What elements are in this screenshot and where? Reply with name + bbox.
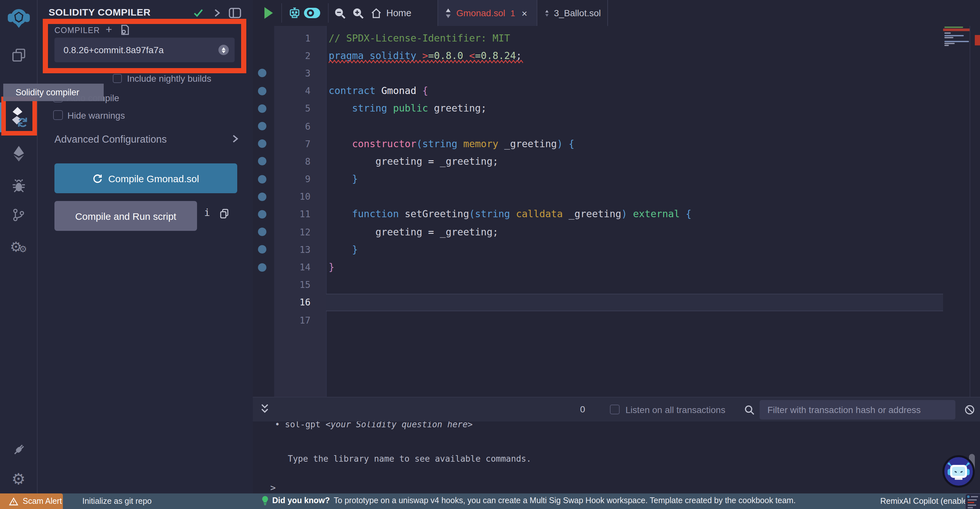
- compile-status-check[interactable]: [193, 8, 204, 18]
- compile-button[interactable]: Compile Gmonad.sol: [54, 163, 237, 193]
- remixai-assistant-bubble[interactable]: [942, 455, 975, 488]
- zoom-out-button[interactable]: [334, 0, 346, 26]
- line-number[interactable]: 10: [274, 191, 326, 202]
- expand-terminal-button[interactable]: [260, 403, 270, 414]
- sidebar-item-plugin-manager[interactable]: [0, 436, 37, 462]
- breakpoint-gutter[interactable]: [253, 100, 274, 117]
- gutter-dot[interactable]: [258, 122, 266, 130]
- gutter-dot[interactable]: [258, 157, 266, 166]
- breakpoint-gutter[interactable]: [253, 188, 274, 205]
- sidebar-item-solidity-compiler[interactable]: [0, 104, 37, 130]
- tab-home[interactable]: Home: [371, 0, 411, 26]
- breakpoint-gutter[interactable]: [253, 170, 274, 188]
- line-number[interactable]: 17: [274, 315, 326, 325]
- line-number[interactable]: 3: [274, 68, 326, 78]
- code-text[interactable]: [326, 276, 980, 294]
- hide-warnings-label[interactable]: Hide warnings: [67, 110, 125, 121]
- gutter-dot[interactable]: [258, 263, 266, 271]
- code-text[interactable]: greeting = _greeting;: [326, 153, 980, 170]
- clear-console-icon[interactable]: [964, 405, 975, 415]
- sidebar-item-solidity-analyzers[interactable]: ⚙ ⚙: [0, 233, 37, 259]
- code-line[interactable]: 16: [253, 294, 980, 311]
- gutter-dot[interactable]: [258, 175, 266, 183]
- code-text[interactable]: }: [326, 170, 980, 188]
- code-text[interactable]: }: [326, 241, 980, 258]
- breakpoint-gutter[interactable]: [253, 206, 274, 223]
- line-number[interactable]: 6: [274, 121, 326, 131]
- copy-icon[interactable]: [220, 209, 229, 219]
- gutter-dot[interactable]: [258, 193, 266, 201]
- line-number[interactable]: 11: [274, 209, 326, 220]
- terminal-prompt[interactable]: >: [270, 482, 276, 493]
- line-number[interactable]: 14: [274, 262, 326, 272]
- code-line[interactable]: 7 constructor(string memory _greeting) {: [253, 135, 980, 152]
- line-number[interactable]: 1: [274, 33, 326, 43]
- line-number[interactable]: 15: [274, 279, 326, 290]
- gutter-dot[interactable]: [258, 86, 266, 95]
- info-icon[interactable]: i: [204, 207, 210, 219]
- line-number[interactable]: 13: [274, 244, 326, 255]
- breakpoint-gutter[interactable]: [253, 47, 274, 64]
- code-text[interactable]: pragma solidity >=0.8.0 <=0.8.24;: [326, 47, 980, 64]
- code-editor[interactable]: 1// SPDX-License-Identifier: MIT2pragma …: [253, 26, 980, 397]
- include-nightly-label[interactable]: Include nightly builds: [127, 73, 211, 84]
- code-text[interactable]: string public greeting;: [326, 100, 980, 117]
- pin-panel-button[interactable]: [213, 8, 221, 18]
- breakpoint-gutter[interactable]: [253, 153, 274, 170]
- code-line[interactable]: 2pragma solidity >=0.8.0 <=0.8.24;: [253, 47, 980, 64]
- breakpoint-gutter[interactable]: [253, 258, 274, 276]
- code-text[interactable]: [326, 311, 980, 329]
- gutter-dot[interactable]: [258, 69, 266, 78]
- code-text[interactable]: [326, 64, 980, 82]
- minimap[interactable]: [943, 26, 970, 104]
- hide-warnings-checkbox[interactable]: [53, 110, 63, 120]
- git-init-button[interactable]: Initialize as git repo: [82, 497, 152, 506]
- copilot-status[interactable]: RemixAI Copilot (enabled): [880, 497, 975, 506]
- line-number[interactable]: 8: [274, 156, 326, 167]
- code-line[interactable]: 10: [253, 188, 980, 205]
- compiler-license-icon[interactable]: [120, 25, 130, 36]
- code-text[interactable]: // SPDX-License-Identifier: MIT: [326, 29, 980, 47]
- code-text[interactable]: [326, 188, 980, 205]
- breakpoint-gutter[interactable]: [253, 135, 274, 152]
- line-number[interactable]: 2: [274, 51, 326, 61]
- tab-ballot[interactable]: 3_Ballot.sol: [538, 0, 608, 26]
- tab-gmonad[interactable]: Gmonad.sol 1 ×: [438, 0, 537, 26]
- breakpoint-gutter[interactable]: [253, 82, 274, 99]
- sidebar-item-file-explorer[interactable]: [0, 42, 37, 68]
- gutter-dot[interactable]: [258, 139, 266, 148]
- zoom-in-button[interactable]: [352, 0, 364, 26]
- breakpoint-gutter[interactable]: [253, 311, 274, 329]
- line-number[interactable]: 12: [274, 227, 326, 237]
- advanced-chevron-icon[interactable]: [231, 134, 239, 143]
- sidebar-item-debugger[interactable]: [0, 173, 37, 199]
- breakpoint-gutter[interactable]: [253, 276, 274, 294]
- code-text[interactable]: [326, 117, 980, 135]
- include-nightly-checkbox[interactable]: [113, 74, 122, 83]
- listen-all-transactions-checkbox[interactable]: [610, 405, 620, 414]
- listen-all-transactions-label[interactable]: Listen on all transactions: [625, 405, 725, 415]
- code-text[interactable]: [326, 294, 943, 311]
- remix-logo[interactable]: [0, 5, 37, 31]
- line-number[interactable]: 7: [274, 139, 326, 149]
- compiler-version-select[interactable]: 0.8.26+commit.8a97fa7a: [54, 38, 235, 62]
- terminal-output[interactable]: • sol-gpt <your Solidity question here> …: [253, 421, 980, 493]
- line-number[interactable]: 16: [274, 297, 326, 308]
- error-marker[interactable]: [975, 35, 980, 45]
- breakpoint-gutter[interactable]: [253, 223, 274, 241]
- code-line[interactable]: 13 }: [253, 241, 980, 258]
- code-text[interactable]: constructor(string memory _greeting) {: [326, 135, 980, 152]
- tab-close-icon[interactable]: ×: [522, 8, 527, 19]
- line-number[interactable]: 9: [274, 174, 326, 184]
- code-text[interactable]: function setGreeting(string calldata _gr…: [326, 206, 980, 223]
- transaction-filter-input[interactable]: [760, 400, 955, 420]
- code-line[interactable]: 15: [253, 276, 980, 294]
- pip-thumbnail[interactable]: [965, 493, 980, 509]
- code-line[interactable]: 6: [253, 117, 980, 135]
- copilot-toggle[interactable]: [303, 0, 321, 26]
- code-line[interactable]: 17: [253, 311, 980, 329]
- gutter-dot[interactable]: [258, 228, 266, 236]
- gutter-dot[interactable]: [258, 246, 266, 254]
- sidebar-item-deploy-run[interactable]: [0, 141, 37, 167]
- code-line[interactable]: 3: [253, 64, 980, 82]
